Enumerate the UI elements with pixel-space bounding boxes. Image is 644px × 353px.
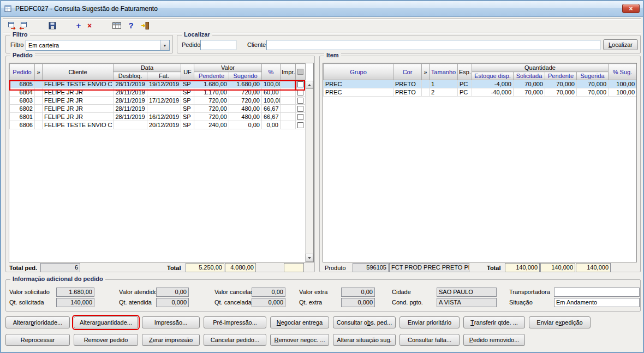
pedido-search-input[interactable] [200,40,236,50]
pedido-row[interactable]: 6801FELIPE JR JR28/11/201916/12/2019SP72… [10,113,306,121]
pedido-total-label: Total [167,265,181,271]
col-header-cliente[interactable]: Cliente [43,64,114,80]
actions-row-2: ReprocessarRemover pedidoZerar impressão… [5,334,525,346]
valor-extra-label: Valor extra [299,289,327,295]
imprimir-checkbox[interactable] [297,114,303,120]
item-group-label: Item [324,52,341,58]
localizar-button[interactable]: Localizar [603,39,638,50]
pedido-scrollbar[interactable] [305,81,313,262]
pedido-row[interactable]: 6802FELIPE JR JR28/11/2019SP720,00480,00… [10,105,306,113]
quit-button[interactable] [140,21,151,31]
col-header-cor[interactable]: Cor [393,64,422,80]
col-header-tamanho[interactable]: Tamanho [430,64,458,80]
item-row[interactable]: PRECPRETO2PC-40,00070,00070,00070,000100… [324,88,637,97]
col-header-pedido[interactable]: Pedido [10,64,35,80]
remover-pedido-button[interactable]: Remover pedido [74,334,138,346]
localizar-group: Localizar Pedido Cliente Localizar [177,35,641,53]
filtro-group-label: Filtro [10,31,30,38]
col-header-pendente[interactable]: Pendente [545,72,577,80]
add-button[interactable]: + [73,21,84,31]
filtro-select[interactable]: Em carteira ▼ [26,40,170,51]
col-header-sugerida[interactable]: Sugerida [577,72,609,80]
alterar-prioridade-button[interactable]: Alterar prioridade... [5,316,70,328]
pedido-row[interactable]: 6803FELIPE JR JR28/11/201917/12/2019SP72… [10,97,306,105]
imprimir-checkbox[interactable] [297,98,303,104]
cliente-search-label: Cliente [247,41,266,48]
item-total-sugerida-field: 140,000 [576,263,611,272]
close-button[interactable]: × [622,4,640,13]
remover-negoc-button[interactable]: Remover negoc. ... [270,334,329,346]
col-header-sugerido[interactable]: Sugerido [229,72,262,80]
qt-atendida-field: 0,000 [156,298,189,307]
transferir-qtde-button[interactable]: Transferir qtde. ... [463,316,525,328]
scroll-up-button[interactable] [306,81,313,89]
impressao-button[interactable]: Impressão... [142,316,200,328]
col-header-impr[interactable]: Impr. [281,64,296,80]
imprimir-checkbox[interactable] [297,106,303,112]
cond-pgto-field: A VISTA [437,298,497,307]
col-header-uf[interactable]: UF [181,64,194,80]
zerar-impressao-button[interactable]: Zerar impressão [142,334,200,346]
filtro-label: Filtro [10,41,23,48]
col-header-expand[interactable]: » [422,64,430,80]
pedido-row[interactable]: 6806FELIPE TESTE ENVIO C20/12/2019SP240,… [10,121,306,129]
col-header-solicitada[interactable]: Solicitada [514,72,545,80]
pedido-row[interactable]: 6804FELIPE JR JR28/11/2019SP1.170,00720,… [10,88,306,97]
col-header-expand[interactable]: » [35,64,43,80]
col-header-fat[interactable]: Fat. [147,72,181,80]
col-header-psug[interactable]: % Sug. [609,64,637,80]
item-total-pendente-field: 140,000 [540,263,575,272]
produto-code-field: 596105 [353,263,389,272]
exit-save-button[interactable] [7,21,17,31]
qt-cancelada-label: Qt. cancelada [214,299,252,306]
consultar-obs-ped-button[interactable]: Consultar obs. ped... [333,316,396,328]
info-group-label: Informação adicional do pedido [10,276,105,282]
col-header-check[interactable] [296,64,306,80]
pedido-row[interactable]: 6805FELIPE TESTE ENVIO C28/11/201919/12/… [10,80,306,88]
col-header-valor[interactable]: Valor [194,64,262,72]
col-header-estoque[interactable]: Estoque disp. [472,72,514,80]
qt-solicitada-field: 140,000 [56,298,94,307]
col-header-grupo[interactable]: Grupo [324,64,393,80]
save-button[interactable] [47,21,58,31]
imprimir-checkbox[interactable] [297,81,303,87]
col-header-data[interactable]: Data [114,64,181,72]
enviar-prioritario-button[interactable]: Enviar prioritário [399,316,460,328]
alterar-situacao-sug-button[interactable]: Alterar situação sug. [333,334,396,346]
actions-row-1: Alterar prioridade...Alterar quantidade.… [5,316,591,328]
alterar-quantidade-button[interactable]: Alterar quantidade... [74,316,138,328]
item-table[interactable]: Grupo Cor » Tamanho Esp. Quantidade % Su… [323,63,637,97]
item-row[interactable]: PRECPRETO1PC-4,00070,00070,00070,000100,… [324,80,637,88]
info-group: Informação adicional do pedido Valor sol… [5,279,641,312]
valor-atendido-label: Valor atendido [119,289,157,295]
col-header-quantidade[interactable]: Quantidade [472,64,609,72]
pre-impressao-button[interactable]: Pré-impressão... [204,316,266,328]
col-header-desbloq[interactable]: Desbloq. [114,72,147,80]
window-arrow-in-icon [19,21,27,30]
chevron-down-icon[interactable]: ▼ [160,40,169,50]
enviar-expedicao-button[interactable]: Enviar expedição [529,316,591,328]
delete-button[interactable]: × [84,21,95,31]
grid-view-button[interactable] [111,21,122,31]
negociar-entrega-button[interactable]: Negociar entrega [270,316,329,328]
reprocessar-button[interactable]: Reprocessar [5,334,70,346]
col-header-pendente[interactable]: Pendente [194,72,229,80]
pedido-removido-button[interactable]: Pedido removido... [463,334,525,346]
total-extra-field [284,263,304,272]
col-header-percent[interactable]: % [262,64,281,80]
imprimir-checkbox[interactable] [297,89,303,95]
situacao-label: Situação [509,299,533,306]
consultar-falta-button[interactable]: Consultar falta... [399,334,460,346]
imprimir-checkbox[interactable] [297,122,303,128]
scroll-down-button[interactable] [306,254,313,262]
valor-extra-field: 0,00 [341,288,375,297]
col-header-esp[interactable]: Esp. [458,64,472,80]
cliente-search-input[interactable] [266,40,600,50]
help-button[interactable]: ? [126,21,136,31]
pedido-table[interactable]: Pedido » Cliente Data UF Valor % Impr. D… [9,63,306,129]
exit-door-icon [141,21,150,30]
total-pendente-field: 5.250,00 [186,263,224,272]
exit-discard-button[interactable] [17,21,28,31]
produto-label: Produto [325,265,346,271]
cancelar-pedido-button[interactable]: Cancelar pedido... [204,334,266,346]
